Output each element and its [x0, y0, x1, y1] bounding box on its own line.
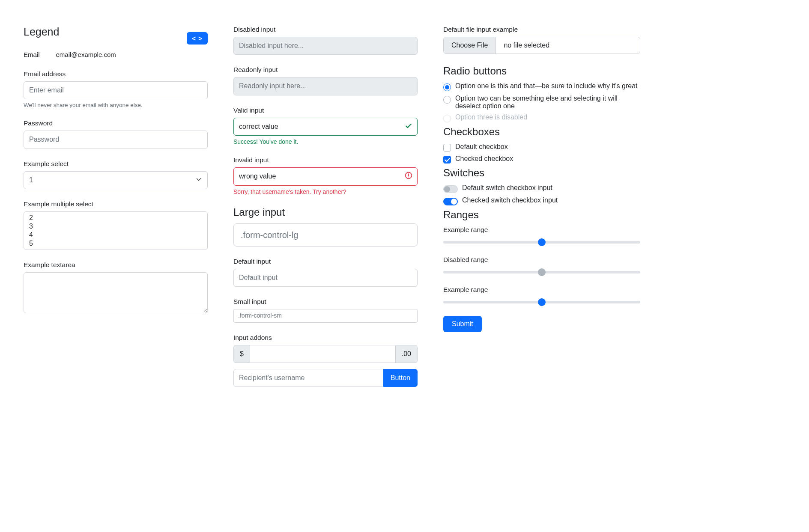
range-thumb[interactable]	[538, 298, 546, 306]
addon-suffix: .00	[396, 345, 418, 363]
ranges-heading: Ranges	[443, 209, 640, 221]
email-input[interactable]	[24, 81, 208, 99]
error-icon	[405, 172, 412, 181]
range-1-label: Example range	[443, 226, 640, 234]
radio-heading: Radio buttons	[443, 65, 640, 77]
select-label: Example select	[24, 160, 208, 168]
choose-file-button[interactable]: Choose File	[444, 37, 496, 53]
large-input-heading: Large input	[233, 206, 418, 218]
multiselect-label: Example multiple select	[24, 200, 208, 208]
radio-option-2[interactable]	[443, 96, 451, 104]
default-input[interactable]	[233, 269, 418, 287]
svg-point-2	[408, 177, 409, 178]
range-thumb[interactable]	[538, 238, 546, 246]
file-input-label: Default file input example	[443, 26, 640, 33]
multiselect-option[interactable]: 3	[27, 222, 204, 231]
append-button[interactable]: Button	[383, 369, 418, 387]
example-multiselect[interactable]: 2345	[24, 211, 208, 250]
switch-default[interactable]	[443, 185, 458, 193]
default-input-label: Default input	[233, 258, 418, 265]
email-address-label: Email address	[24, 70, 208, 78]
email-help-text: We'll never share your email with anyone…	[24, 102, 208, 108]
switch-default-label: Default switch checkbox input	[462, 184, 552, 192]
range-thumb	[538, 268, 546, 276]
amount-input[interactable]	[250, 345, 396, 363]
static-email-label: Email	[24, 51, 40, 58]
small-input[interactable]	[233, 309, 418, 323]
valid-input-label: Valid input	[233, 107, 418, 114]
multiselect-option[interactable]: 4	[27, 231, 204, 239]
switch-checked-label: Checked switch checkbox input	[462, 196, 558, 204]
valid-input[interactable]	[233, 118, 418, 136]
large-input[interactable]	[233, 223, 418, 247]
radio-option-3	[443, 115, 451, 122]
submit-button[interactable]: Submit	[443, 316, 482, 332]
checkbox-default-label: Default checkbox	[455, 143, 508, 151]
readonly-input	[233, 77, 418, 95]
range-2-label: Disabled range	[443, 256, 640, 264]
disabled-input-label: Disabled input	[233, 26, 418, 33]
check-icon	[405, 122, 412, 131]
file-input[interactable]: Choose File no file selected	[443, 37, 640, 54]
checkbox-heading: Checkboxes	[443, 126, 640, 138]
switch-heading: Switches	[443, 167, 640, 179]
checkbox-checked-label: Checked checkbox	[455, 155, 513, 163]
example-textarea[interactable]	[24, 272, 208, 313]
legend-heading: Legend	[24, 26, 59, 38]
radio-option-1-label: Option one is this and that—be sure to i…	[455, 82, 638, 90]
password-label: Password	[24, 119, 208, 127]
valid-feedback: Success! You've done it.	[233, 138, 418, 145]
radio-option-3-label: Option three is disabled	[455, 113, 527, 121]
multiselect-option[interactable]: 2	[27, 214, 204, 222]
invalid-feedback: Sorry, that username's taken. Try anothe…	[233, 188, 418, 195]
range-2-disabled	[443, 268, 640, 276]
radio-option-2-label: Option two can be something else and sel…	[455, 95, 640, 110]
checkbox-default[interactable]	[443, 144, 451, 152]
recipient-input[interactable]	[233, 369, 383, 387]
file-selected-text: no file selected	[496, 37, 557, 53]
small-input-label: Small input	[233, 298, 418, 306]
radio-option-1[interactable]	[443, 83, 451, 91]
checkbox-checked[interactable]	[443, 156, 451, 163]
textarea-label: Example textarea	[24, 261, 208, 269]
range-3[interactable]	[443, 298, 640, 306]
range-1[interactable]	[443, 238, 640, 247]
input-addons-label: Input addons	[233, 334, 418, 342]
switch-checked[interactable]	[443, 198, 458, 205]
invalid-input-label: Invalid input	[233, 156, 418, 164]
example-select[interactable]: 1	[24, 171, 208, 189]
disabled-input	[233, 37, 418, 55]
static-email-value: email@example.com	[56, 51, 116, 58]
addon-prefix: $	[233, 345, 250, 363]
multiselect-option[interactable]: 5	[27, 239, 204, 248]
range-3-label: Example range	[443, 286, 640, 294]
password-input[interactable]	[24, 131, 208, 149]
invalid-input[interactable]	[233, 167, 418, 185]
readonly-input-label: Readonly input	[233, 66, 418, 74]
view-code-button[interactable]: < >	[187, 32, 208, 45]
